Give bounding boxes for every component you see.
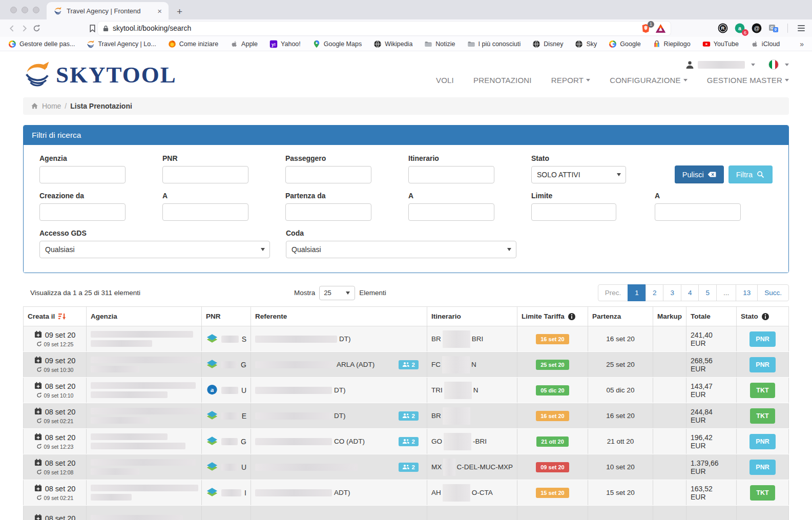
bookmark-item[interactable]: y!Yahoo! bbox=[269, 40, 301, 48]
booking-row[interactable]: 08 set 2009 set 02:21EDT)2BR16 set 2016 … bbox=[23, 403, 789, 429]
status-badge[interactable]: PNR bbox=[749, 331, 775, 347]
status-badge[interactable]: PNR bbox=[749, 460, 775, 475]
booking-row[interactable]: 08 set 2009 set 02:21IADT)AHO-CTA15 set … bbox=[23, 480, 789, 506]
skytool-logo[interactable]: SKYTOOL bbox=[23, 58, 177, 91]
booking-row[interactable]: 08 set 2009 set 12:23GCO (ADT)2GO-BRI21 … bbox=[23, 429, 789, 454]
bookmark-item[interactable]: Disney bbox=[532, 40, 563, 48]
user-menu[interactable] bbox=[685, 60, 755, 69]
bookmark-item[interactable]: YouTube bbox=[702, 40, 739, 48]
nav-item-gestione-master[interactable]: GESTIONE MASTER bbox=[707, 76, 789, 85]
status-badge[interactable]: TKT bbox=[750, 485, 775, 501]
filtra-button[interactable]: Filtra bbox=[728, 165, 773, 183]
breadcrumb-home-link[interactable]: Home bbox=[42, 102, 61, 110]
language-menu[interactable] bbox=[768, 59, 789, 70]
column-header-partenza[interactable]: Partenza bbox=[588, 307, 653, 326]
partenza-a-input[interactable] bbox=[408, 203, 494, 221]
bookmark-item[interactable]: Come iniziare bbox=[168, 40, 218, 48]
info-icon[interactable] bbox=[568, 313, 575, 320]
pagination-page[interactable]: 4 bbox=[681, 284, 699, 301]
bookmark-item[interactable]: I più conosciuti bbox=[467, 40, 521, 48]
reload-icon[interactable] bbox=[31, 22, 43, 34]
column-header-markup[interactable]: Markup bbox=[653, 307, 686, 326]
bookmark-item[interactable]: Google bbox=[609, 40, 640, 48]
pagination-page[interactable]: 13 bbox=[736, 284, 758, 301]
nav-item-prenotazioni[interactable]: PRENOTAZIONI bbox=[473, 76, 532, 85]
bookmark-item[interactable]: Gestore delle pas... bbox=[8, 40, 75, 48]
pagination-next[interactable]: Succ. bbox=[757, 284, 789, 301]
booking-row[interactable]: 08 set 2009 set 10:10aUDT)TRIN05 dic 200… bbox=[23, 378, 789, 403]
forward-icon[interactable] bbox=[18, 22, 31, 34]
pnr-input[interactable] bbox=[162, 166, 248, 183]
page-size-select[interactable]: 25 bbox=[319, 286, 355, 300]
minimize-window-button[interactable] bbox=[22, 7, 28, 13]
extension-r-icon[interactable]: R bbox=[718, 23, 728, 33]
back-icon[interactable] bbox=[6, 22, 18, 34]
status-badge[interactable]: TKT bbox=[750, 383, 775, 398]
google-translate-icon[interactable]: G bbox=[768, 23, 779, 33]
pagination-prev[interactable]: Prec. bbox=[598, 284, 629, 301]
pagination-page[interactable]: 1 bbox=[628, 284, 646, 301]
creazione-a-input[interactable] bbox=[162, 203, 248, 221]
close-tab-icon[interactable]: × bbox=[156, 7, 163, 15]
new-tab-button[interactable]: + bbox=[177, 7, 182, 16]
address-bar[interactable]: skytool.it/booking/search 1 bbox=[98, 22, 671, 35]
booking-row[interactable]: 08 set 20 bbox=[23, 506, 789, 520]
status-badge[interactable]: PNR bbox=[749, 357, 775, 372]
bookmark-item[interactable]: Apple bbox=[230, 40, 258, 48]
column-header-itinerario[interactable]: Itinerario bbox=[427, 307, 517, 326]
bookmarks-overflow-icon[interactable]: » bbox=[800, 40, 804, 48]
column-header-creata-il[interactable]: Creata il bbox=[23, 307, 86, 326]
booking-row[interactable]: 09 set 2009 set 10:30GARLA (ADT)2FCN25 s… bbox=[23, 352, 789, 378]
passeggero-input[interactable] bbox=[285, 166, 371, 183]
bookmark-ribbon-icon[interactable] bbox=[87, 25, 98, 32]
status-cell: TKT bbox=[736, 378, 789, 403]
nav-item-voli[interactable]: VOLI bbox=[436, 76, 454, 85]
pagination-page[interactable]: 2 bbox=[646, 284, 664, 301]
column-header-stato[interactable]: Stato bbox=[736, 307, 789, 326]
stato-select[interactable]: SOLO ATTIVI bbox=[531, 166, 626, 183]
column-header-referente[interactable]: Referente bbox=[251, 307, 427, 326]
creazione-da-input[interactable] bbox=[39, 203, 126, 221]
menu-icon[interactable] bbox=[797, 24, 806, 32]
bookmark-item[interactable]: Notizie bbox=[424, 40, 455, 48]
pulisci-button[interactable]: Pulisci bbox=[675, 165, 724, 183]
bookmark-item[interactable]: Wikipedia bbox=[373, 40, 412, 48]
pagination-page[interactable]: ... bbox=[716, 284, 736, 301]
bat-rewards-icon[interactable] bbox=[656, 24, 665, 33]
limite-da-input[interactable] bbox=[531, 203, 616, 221]
booking-row[interactable]: 08 set 2009 set 12:08U2MXC-DEL-MUC-MXP09… bbox=[23, 454, 789, 480]
nav-item-configurazione[interactable]: CONFIGURAZIONE bbox=[610, 76, 688, 85]
column-header-totale[interactable]: Totale bbox=[686, 307, 736, 326]
status-badge[interactable]: PNR bbox=[749, 434, 775, 449]
pagination-page[interactable]: 3 bbox=[663, 284, 681, 301]
bookmark-item[interactable]: Sky bbox=[575, 40, 597, 48]
column-header-agenzia[interactable]: Agenzia bbox=[86, 307, 201, 326]
translate-extension-icon[interactable]: a 6 bbox=[735, 23, 745, 33]
skytool-logo-icon bbox=[23, 60, 52, 90]
nav-item-report[interactable]: REPORT bbox=[551, 76, 590, 85]
booking-row[interactable]: 09 set 2009 set 12:25SDT)BRBRI16 set 201… bbox=[23, 326, 789, 352]
column-header-limite-tariffa[interactable]: Limite Tariffa bbox=[517, 307, 588, 326]
pagination-page[interactable]: 5 bbox=[698, 284, 717, 301]
brave-shield-icon[interactable]: 1 bbox=[641, 24, 651, 33]
gds-select[interactable]: Qualsiasi bbox=[39, 241, 270, 258]
bookmark-item[interactable]: Riepilogo bbox=[653, 40, 691, 48]
departure-cell: 15 set 20 bbox=[588, 480, 653, 505]
info-icon[interactable] bbox=[762, 313, 769, 320]
zoom-window-button[interactable] bbox=[33, 7, 39, 13]
bookmark-item[interactable]: iCloud bbox=[751, 40, 780, 48]
column-header-pnr[interactable]: PNR bbox=[201, 307, 251, 326]
close-window-button[interactable] bbox=[10, 7, 17, 13]
limite-a-input[interactable] bbox=[655, 203, 741, 221]
itinerario-input[interactable] bbox=[408, 166, 494, 183]
sort-desc-icon[interactable] bbox=[58, 313, 66, 320]
agenzia-input[interactable] bbox=[39, 166, 126, 183]
at-extension-icon[interactable]: @ bbox=[752, 23, 762, 33]
partenza-da-input[interactable] bbox=[285, 203, 371, 221]
bookmark-item[interactable]: Google Maps bbox=[313, 40, 362, 48]
status-badge[interactable]: TKT bbox=[750, 408, 775, 424]
bookmark-item[interactable]: Travel Agency | Lo... bbox=[87, 40, 156, 48]
redacted-text bbox=[221, 438, 238, 445]
browser-tab[interactable]: Travel Agency | Frontend × bbox=[47, 2, 169, 19]
coda-select[interactable]: Qualsiasi bbox=[286, 241, 516, 258]
